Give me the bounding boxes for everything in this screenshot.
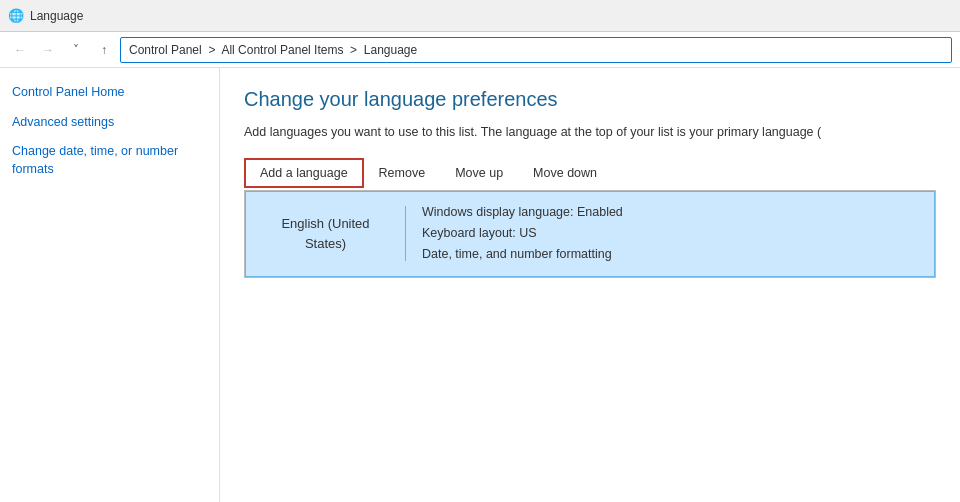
back-button[interactable]: ←: [8, 38, 32, 62]
language-detail-keyboard: Keyboard layout: US: [422, 223, 623, 244]
move-down-button[interactable]: Move down: [518, 158, 612, 188]
language-name: English (UnitedStates): [246, 206, 406, 261]
language-toolbar: Add a language Remove Move up Move down: [244, 158, 936, 188]
sidebar: Control Panel Home Advanced settings Cha…: [0, 68, 220, 502]
sidebar-link-home[interactable]: Control Panel Home: [12, 84, 207, 102]
language-detail-display: Windows display language: Enabled: [422, 202, 623, 223]
dropdown-button[interactable]: ˅: [64, 38, 88, 62]
add-language-button[interactable]: Add a language: [244, 158, 364, 188]
content-description: Add languages you want to use to this li…: [244, 123, 936, 142]
address-input[interactable]: [120, 37, 952, 63]
language-details: Windows display language: Enabled Keyboa…: [406, 192, 639, 276]
language-item-english[interactable]: English (UnitedStates) Windows display l…: [245, 191, 935, 277]
language-detail-datetime: Date, time, and number formatting: [422, 244, 623, 265]
main-layout: Control Panel Home Advanced settings Cha…: [0, 68, 960, 502]
window-title: Language: [30, 9, 83, 23]
address-bar: ← → ˅ ↑: [0, 32, 960, 68]
up-button[interactable]: ↑: [92, 38, 116, 62]
window-icon: 🌐: [8, 8, 24, 24]
sidebar-link-datetime[interactable]: Change date, time, or number formats: [12, 143, 207, 178]
remove-button[interactable]: Remove: [364, 158, 441, 188]
title-bar: 🌐 Language: [0, 0, 960, 32]
sidebar-link-advanced[interactable]: Advanced settings: [12, 114, 207, 132]
content-area: Change your language preferences Add lan…: [220, 68, 960, 502]
forward-button[interactable]: →: [36, 38, 60, 62]
page-title: Change your language preferences: [244, 88, 936, 111]
move-up-button[interactable]: Move up: [440, 158, 518, 188]
language-list: English (UnitedStates) Windows display l…: [244, 190, 936, 278]
